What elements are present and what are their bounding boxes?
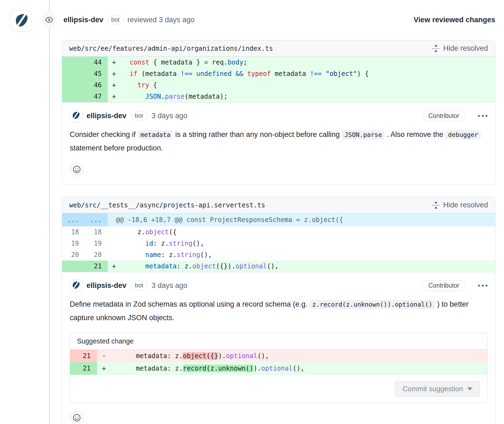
code-token: (), bbox=[257, 352, 269, 360]
diff-line: 1919 id: z.string(), bbox=[62, 238, 495, 249]
add-reaction-button[interactable] bbox=[70, 411, 84, 424]
code-token bbox=[192, 70, 196, 78]
suggested-change-line: 21- metadata: z.object({}).optional(), bbox=[70, 350, 487, 362]
code-token bbox=[122, 93, 145, 100]
code-token bbox=[232, 70, 235, 78]
old-line-number bbox=[62, 79, 85, 91]
commit-suggestion-button[interactable]: Commit suggestion bbox=[395, 381, 480, 397]
comment-author-avatar[interactable] bbox=[70, 279, 82, 292]
view-reviewed-changes-link[interactable]: View reviewed changes bbox=[414, 16, 495, 24]
code-token: name bbox=[145, 251, 161, 259]
code-token: if bbox=[130, 70, 138, 78]
code-token: @@ -18,6 +18,7 @@ const ProjectResponseS… bbox=[116, 216, 343, 224]
comment-timestamp[interactable]: 3 days ago bbox=[152, 112, 187, 120]
review-thread-card: web/src/ee/features/admin-api/organizati… bbox=[62, 40, 495, 185]
code-token: . bbox=[161, 93, 165, 100]
code-token: undefined bbox=[196, 70, 232, 78]
author-association-badge: Contributor bbox=[422, 280, 465, 291]
review-threads: web/src/ee/features/admin-api/organizati… bbox=[62, 40, 495, 424]
code-token bbox=[122, 70, 130, 78]
code-token: JSON bbox=[145, 93, 161, 100]
code-token: { bbox=[149, 81, 157, 89]
bot-badge: bot bbox=[131, 111, 147, 121]
inline-code: metadata bbox=[138, 130, 173, 139]
reviewer-avatar[interactable] bbox=[11, 10, 32, 31]
diff-sign: + bbox=[108, 261, 122, 272]
diff-code: z.object({ bbox=[122, 226, 495, 238]
diff-table: ......@@ -18,6 +18,7 @@ const ProjectRes… bbox=[62, 213, 495, 272]
diff-sign: + bbox=[108, 68, 122, 79]
diff-line: 21+ metadata: z.object({}).optional(), bbox=[62, 261, 495, 272]
code-token: ). bbox=[253, 365, 261, 372]
diff-code: try { bbox=[122, 79, 495, 91]
new-line-number: 44 bbox=[85, 57, 108, 68]
suggested-change-block: Suggested change21- metadata: z.object({… bbox=[70, 333, 487, 403]
suggestion-line-number: 21 bbox=[70, 362, 97, 375]
comment-header: ellipsis-devbot3 days agoContributor bbox=[70, 279, 487, 292]
code-token bbox=[122, 81, 138, 89]
code-token: (), bbox=[192, 240, 204, 247]
add-reaction-button[interactable] bbox=[70, 162, 84, 176]
code-token: (), bbox=[200, 251, 212, 259]
code-token: : z. bbox=[161, 251, 177, 259]
diff-hunk-row: ......@@ -18,6 +18,7 @@ const ProjectRes… bbox=[62, 213, 495, 226]
old-line-number bbox=[62, 57, 85, 68]
comment-author-name[interactable]: ellipsis-dev bbox=[87, 281, 126, 290]
new-line-number: 20 bbox=[85, 249, 108, 261]
code-token: metadata: z. bbox=[112, 352, 183, 360]
code-token: ({ bbox=[169, 228, 177, 236]
diff-code: name: z.string(), bbox=[122, 249, 495, 261]
code-token: z. bbox=[122, 228, 145, 236]
kebab-dot bbox=[482, 115, 484, 117]
code-token: ; bbox=[243, 59, 247, 66]
diff-sign bbox=[108, 249, 122, 261]
timeline-line bbox=[49, 0, 50, 424]
code-token: && bbox=[235, 70, 243, 78]
kebab-menu-button[interactable] bbox=[478, 115, 487, 117]
code-token: metadata bbox=[271, 70, 310, 78]
commit-suggestion-label: Commit suggestion bbox=[403, 385, 463, 393]
suggestion-footer: Commit suggestion bbox=[70, 375, 487, 403]
diff-file-header: web/src/__tests__/async/projects-api.ser… bbox=[62, 197, 495, 213]
comment-body: Consider checking if metadata is a strin… bbox=[70, 128, 485, 155]
inline-code: JSON.parse bbox=[342, 130, 385, 139]
kebab-dot bbox=[482, 285, 484, 287]
diff-code: const { metadata } = req.body; bbox=[122, 57, 495, 68]
code-token bbox=[122, 59, 130, 66]
code-token bbox=[243, 70, 247, 78]
code-token: !== bbox=[181, 70, 192, 78]
code-token: ) { bbox=[357, 70, 369, 78]
diff-code: JSON.parse(metadata); bbox=[122, 91, 495, 102]
code-token: const bbox=[130, 59, 149, 66]
reviewer-name[interactable]: ellipsis-dev bbox=[63, 16, 103, 24]
file-path-link[interactable]: web/src/__tests__/async/projects-api.ser… bbox=[69, 201, 265, 209]
hide-resolved-button[interactable]: Hide resolved bbox=[432, 201, 488, 209]
suggested-change-line: 21+ metadata: z.record(z.unknown()).opti… bbox=[70, 362, 487, 375]
comment-author-name[interactable]: ellipsis-dev bbox=[87, 112, 126, 120]
code-token: optional bbox=[261, 365, 293, 372]
code-token: string bbox=[169, 240, 192, 247]
code-token: "object" bbox=[326, 70, 357, 78]
diff-sign: + bbox=[108, 57, 122, 68]
kebab-dot bbox=[478, 115, 480, 117]
code-token: (metadata bbox=[138, 70, 181, 78]
kebab-menu-button[interactable] bbox=[478, 285, 487, 287]
diff-sign: + bbox=[108, 79, 122, 91]
code-token: req. bbox=[208, 59, 228, 66]
review-comment: ellipsis-devbot3 days agoContributorCons… bbox=[62, 102, 495, 185]
code-token: object({} bbox=[183, 352, 218, 360]
diff-sign bbox=[108, 238, 122, 249]
code-token: try bbox=[138, 81, 149, 89]
code-token: (), bbox=[267, 262, 279, 270]
suggestion-line-number: 21 bbox=[70, 350, 97, 362]
code-token: object bbox=[145, 228, 169, 236]
code-token: typeof bbox=[247, 70, 271, 78]
diff-line: 47+ JSON.parse(metadata); bbox=[62, 91, 495, 102]
fold-icon bbox=[432, 201, 440, 209]
file-path-link[interactable]: web/src/ee/features/admin-api/organizati… bbox=[69, 45, 273, 52]
hunk-header-text: @@ -18,6 +18,7 @@ const ProjectResponseS… bbox=[108, 213, 495, 226]
comment-body: Define metadata in Zod schemas as option… bbox=[70, 298, 485, 325]
hide-resolved-button[interactable]: Hide resolved bbox=[432, 44, 488, 53]
comment-author-avatar[interactable] bbox=[70, 110, 82, 122]
comment-timestamp[interactable]: 3 days ago bbox=[152, 281, 187, 290]
